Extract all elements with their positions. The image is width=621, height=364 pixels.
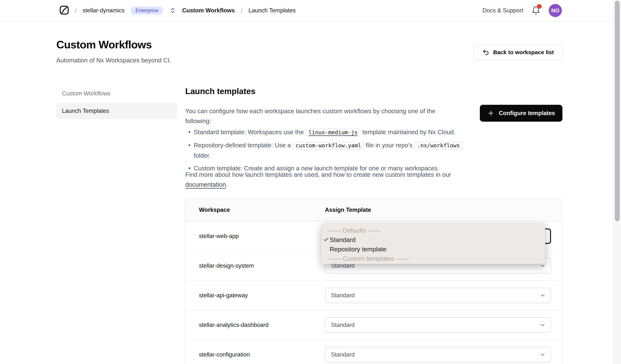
top-header: / stellar-dynamics Enterprise Custom Wor… xyxy=(0,0,621,21)
table-row: stellar-analytics-dashboardStandard xyxy=(185,310,562,340)
table-header-row: Workspace Assign Template xyxy=(185,199,562,222)
plus-icon xyxy=(487,110,495,117)
template-option-item: Standard template: Workspaces use the li… xyxy=(185,127,478,137)
workspace-name: stellar-configuration xyxy=(185,351,325,358)
table-row: stellar-api-gatewayStandard xyxy=(185,281,562,310)
settings-sidebar: Custom WorkflowsLaunch Templates xyxy=(56,85,177,120)
template-options-list: Standard template: Workspaces use the li… xyxy=(185,127,478,176)
code-chip: .nx/workflows xyxy=(414,142,463,150)
notification-dot xyxy=(537,4,542,9)
column-header-assign-template: Assign Template xyxy=(325,206,371,213)
notifications-button[interactable] xyxy=(532,6,540,15)
chevron-down-icon xyxy=(539,322,546,328)
find-more-prefix: Find more about how launch templates are… xyxy=(185,171,451,178)
chevron-down-icon xyxy=(539,292,546,299)
configure-templates-button[interactable]: Configure templates xyxy=(480,105,562,122)
breadcrumb-separator: / xyxy=(75,7,76,14)
configure-button-label: Configure templates xyxy=(499,110,555,117)
find-more-suffix: . xyxy=(226,181,227,188)
breadcrumb-workspace[interactable]: stellar-dynamics xyxy=(82,7,124,14)
code-link[interactable]: linux-medium-js xyxy=(306,128,361,136)
column-header-workspace: Workspace xyxy=(185,206,325,213)
template-option-item: Repository-defined template: Use a custo… xyxy=(185,140,478,160)
workspace-logo-icon[interactable] xyxy=(60,6,69,15)
breadcrumb-section[interactable]: Custom Workflows xyxy=(182,7,235,14)
section-heading: Launch templates xyxy=(185,87,256,96)
documentation-link[interactable]: documentation xyxy=(185,181,226,188)
breadcrumb-page[interactable]: Launch Templates xyxy=(249,7,296,14)
docs-support-link[interactable]: Docs & Support xyxy=(483,7,523,14)
workspace-name: stellar-api-gateway xyxy=(185,292,325,299)
assign-template-select[interactable]: Standard xyxy=(325,317,551,333)
page-subtitle: Automation of Nx Workspaces beyond CI. xyxy=(56,57,171,64)
find-more-text: Find more about how launch templates are… xyxy=(185,170,486,190)
workspace-name: stellar-web-app xyxy=(185,233,325,239)
vertical-scrollbar-track[interactable] xyxy=(613,0,621,364)
selected-template-value: Standard xyxy=(331,351,355,358)
workspace-name: stellar-design-system xyxy=(185,262,325,269)
selected-template-value: Standard xyxy=(331,292,355,299)
dropdown-group-label: —— Custom templates —— xyxy=(321,254,545,263)
template-dropdown-menu: —— Defaults ——StandardRepository templat… xyxy=(321,223,545,264)
chevron-down-icon xyxy=(539,351,546,358)
back-button-label: Back to workspace list xyxy=(493,49,554,55)
breadcrumb-separator-2: / xyxy=(241,7,242,14)
workspace-switcher-icon[interactable] xyxy=(169,7,176,14)
section-intro: You can configure how each workspace lau… xyxy=(185,106,461,126)
avatar[interactable]: NO xyxy=(549,4,562,17)
selected-template-value: Standard xyxy=(331,322,355,328)
workspace-name: stellar-analytics-dashboard xyxy=(185,322,325,328)
assign-template-select[interactable]: Standard xyxy=(325,288,551,303)
dropdown-option-standard[interactable]: Standard xyxy=(321,235,545,244)
page-title: Custom Workflows xyxy=(56,38,152,51)
check-icon xyxy=(323,237,329,242)
code-chip: custom-workflow.yaml xyxy=(293,142,364,150)
sidebar-item-custom-workflows[interactable]: Custom Workflows xyxy=(56,85,177,102)
enterprise-badge: Enterprise xyxy=(130,6,163,15)
vertical-scrollbar-thumb[interactable] xyxy=(615,1,620,221)
dropdown-group-label: —— Defaults —— xyxy=(321,226,545,235)
table-row: stellar-configurationStandard xyxy=(185,340,562,364)
dropdown-option-repository-template[interactable]: Repository template xyxy=(321,244,545,254)
sidebar-item-launch-templates[interactable]: Launch Templates xyxy=(56,103,177,119)
assign-template-select[interactable]: Standard xyxy=(325,347,551,362)
back-to-workspace-list-button[interactable]: Back to workspace list xyxy=(474,44,562,60)
undo-arrow-icon xyxy=(482,49,489,56)
